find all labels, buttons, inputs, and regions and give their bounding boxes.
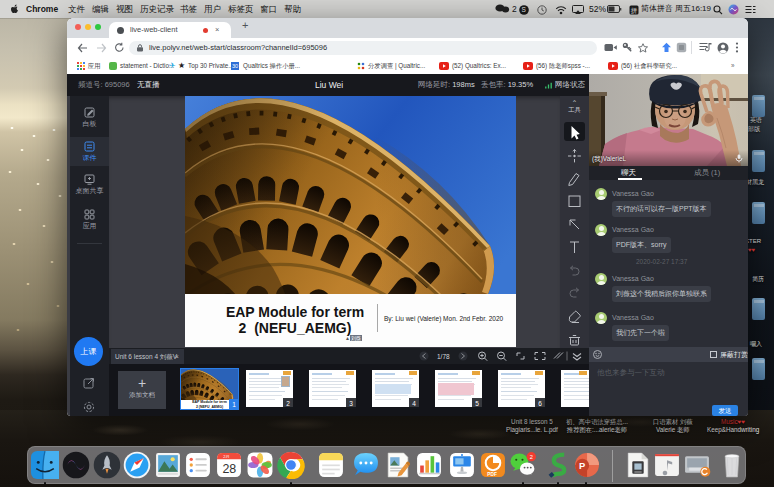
svg-text:S: S — [522, 6, 527, 13]
svg-text:2月: 2月 — [223, 454, 229, 459]
svg-text:2: 2 — [530, 454, 533, 460]
svg-text:28: 28 — [222, 462, 236, 476]
svg-text:PDF: PDF — [487, 472, 497, 477]
svg-text:1/78: 1/78 — [437, 353, 450, 360]
svg-text:拼: 拼 — [631, 6, 638, 13]
svg-text:P: P — [579, 461, 585, 471]
